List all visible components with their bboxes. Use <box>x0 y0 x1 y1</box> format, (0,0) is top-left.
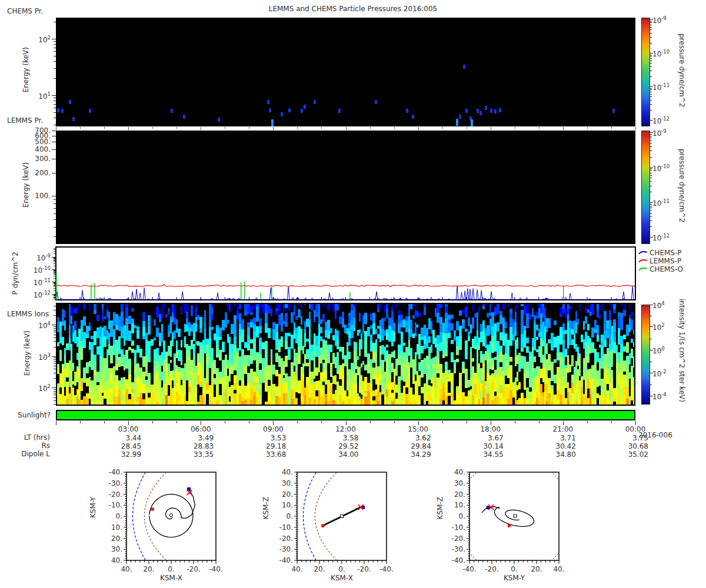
tick-mark <box>650 89 652 90</box>
chems-data-point <box>267 100 269 104</box>
tick-mark <box>54 397 56 398</box>
tick-mark <box>54 51 56 52</box>
tick-mark <box>54 208 56 209</box>
tick-mark <box>54 68 56 69</box>
tick-mark <box>54 395 56 395</box>
chems-data-point <box>314 100 316 104</box>
ephemeris-value: 33.35 <box>178 450 214 459</box>
tick-mark <box>650 29 652 30</box>
hour-tick-axis <box>273 421 274 425</box>
chems-data-point <box>465 109 468 113</box>
tick-mark <box>54 262 56 262</box>
orbit-ytick-label: 10. <box>99 523 122 532</box>
hour-tick-gap1 <box>442 127 443 129</box>
time-tick-label: 09:00 <box>255 425 291 433</box>
colorbar-pressure-1 <box>641 18 650 126</box>
tick-mark <box>54 389 56 390</box>
ephemeris-value: 3.71 <box>541 434 576 442</box>
p1-ytick-label: 101 <box>21 91 51 101</box>
tick-mark <box>650 157 652 158</box>
ephemeris-value: 3.49 <box>178 434 214 442</box>
lemms-ions-spectrogram <box>56 303 635 406</box>
time-tick-label: 06:00 <box>183 425 218 433</box>
ephemeris-value: 34.80 <box>541 450 576 459</box>
orbit1-x-label: KSM-X <box>148 574 195 582</box>
hour-tick-axis <box>587 421 588 423</box>
panel-label-lemms-ions: LEMMS Ions <box>7 310 49 318</box>
p1-ytick-label: 102 <box>21 35 51 44</box>
time-tick-label: 03:00 <box>111 425 146 433</box>
orbit-ytick-label: -10. <box>269 523 293 532</box>
tick-mark <box>52 39 56 39</box>
colorbar-tick-label: 10-12 <box>652 116 682 125</box>
tick-mark <box>650 181 652 182</box>
tick-mark <box>54 104 56 105</box>
hour-tick-axis <box>635 421 636 425</box>
p4-ytick-label: 102 <box>21 383 51 393</box>
orbit-ytick-label: 40. <box>442 468 465 476</box>
panel-label-chems-pr: CHEMS Pr. <box>7 8 43 15</box>
tick-mark <box>54 270 56 270</box>
tick-mark <box>54 78 56 79</box>
tick-mark <box>650 169 652 169</box>
orbit-ytick-label: 0. <box>442 512 465 520</box>
ephemeris-value: 34.29 <box>396 450 431 459</box>
colorbar-label-pressure-1: pressure dyne/cm^2 <box>678 34 685 107</box>
tick-mark <box>650 27 652 28</box>
hour-tick-axis <box>394 421 395 423</box>
tick-mark <box>54 278 56 279</box>
orbit-ytick-label: 0. <box>269 512 293 520</box>
chems-data-point <box>479 111 482 115</box>
hour-tick-gap1 <box>515 127 515 129</box>
saturn-marker <box>169 514 172 517</box>
tick-mark <box>54 338 56 338</box>
tick-mark <box>650 216 652 217</box>
hour-tick-gap1 <box>418 127 419 130</box>
tick-mark <box>54 332 56 332</box>
figure: { "title": "LEMMS and CHEMS Particle Pre… <box>0 0 706 588</box>
tick-mark <box>54 328 56 329</box>
chems-data-point <box>612 109 615 113</box>
tick-mark <box>54 203 56 204</box>
ephemeris-value: 28.83 <box>178 442 214 450</box>
orbit-ytick-label: -10. <box>442 523 465 532</box>
y-axis-label-energy-1: Energy (keV) <box>22 47 30 92</box>
saturn-marker <box>514 514 517 517</box>
tick-mark <box>54 258 56 259</box>
tick-mark <box>650 143 652 143</box>
tick-mark <box>650 138 652 138</box>
chems-data-point <box>459 115 461 119</box>
tick-mark <box>54 271 56 272</box>
time-tick-label: 12:00 <box>328 425 364 433</box>
hour-tick-axis <box>104 421 105 423</box>
chems-data-point <box>57 108 59 112</box>
tick-mark <box>54 341 56 342</box>
orbit-ytick-label: -10. <box>99 501 122 509</box>
orbit-ytick-label: -40. <box>442 556 465 564</box>
orbit-ytick-label: -30. <box>442 545 465 553</box>
chems-data-point <box>406 109 408 113</box>
tick-mark <box>650 33 652 34</box>
orbit-ytick-label: -20. <box>442 534 465 543</box>
tick-mark <box>650 21 652 22</box>
tick-mark <box>54 361 56 362</box>
tick-mark <box>650 136 652 136</box>
time-tick-label: 00:00 <box>618 425 653 433</box>
orbit-ytick-label: 10. <box>269 501 293 509</box>
hour-tick-axis <box>491 421 491 425</box>
tick-mark <box>54 260 56 260</box>
hour-tick-axis <box>346 421 347 425</box>
orbit-ytick-label: 30. <box>99 545 122 553</box>
chems-data-point <box>89 109 91 113</box>
orbit-ytick-label: 30. <box>442 479 465 487</box>
orbit-xtick-label: -40. <box>374 565 399 573</box>
tick-mark <box>650 55 652 55</box>
orbit-ytick-label: 30. <box>269 479 293 487</box>
hour-tick-gap1 <box>201 127 201 130</box>
tick-mark <box>52 131 56 131</box>
hour-tick-gap1 <box>491 127 491 130</box>
legend-swatch-lemms-p <box>639 260 647 262</box>
ephemeris-value: 3.58 <box>324 434 359 442</box>
tick-mark <box>54 297 56 298</box>
colorbar-tick-label: 10-9 <box>652 128 682 138</box>
